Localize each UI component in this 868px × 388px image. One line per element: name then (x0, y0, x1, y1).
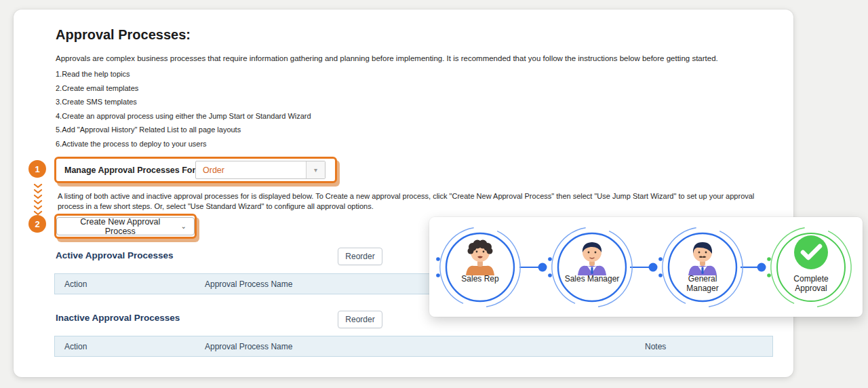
annotation-badge-2: 2 (28, 215, 46, 233)
create-new-approval-process-button[interactable]: Create New Approval Process ⌄ (56, 217, 195, 235)
column-header-action: Action (64, 274, 87, 294)
create-button-label: Create New Approval Process (64, 217, 176, 236)
column-header-process-name: Approval Process Name (205, 336, 292, 356)
instruction-step: 1.Read the help topics (56, 70, 311, 78)
instruction-step: 4.Create an approval process using eithe… (56, 112, 311, 120)
workflow-node-complete-approval (758, 217, 863, 317)
object-select-value: Order (196, 161, 306, 178)
workflow-graphic (429, 217, 863, 317)
create-process-highlight-box: Create New Approval Process ⌄ (54, 214, 197, 239)
node-label-sales-rep: Sales Rep (452, 274, 509, 284)
object-select-dropdown[interactable]: Order ▾ (195, 161, 326, 179)
instructions-list: 1.Read the help topics 2.Create email te… (56, 70, 311, 153)
connector-3 (741, 263, 766, 272)
active-processes-heading: Active Approval Processes (56, 250, 174, 260)
instruction-step: 2.Create email templates (56, 84, 311, 92)
annotation-badge-1: 1 (28, 160, 46, 178)
connector-2 (630, 263, 658, 272)
workflow-node-sales-manager (539, 217, 646, 317)
instruction-step: 6.Activate the process to deploy to your… (56, 140, 311, 148)
check-icon (794, 235, 828, 269)
column-header-process-name: Approval Process Name (205, 274, 292, 294)
reorder-inactive-button[interactable]: Reorder (338, 311, 382, 328)
page-title: Approval Processes: (56, 27, 191, 43)
workflow-node-sales-rep (429, 217, 533, 317)
approval-processes-panel: Approval Processes: Approvals are comple… (14, 9, 793, 377)
inactive-table-header: Action Approval Process Name Notes (54, 336, 773, 357)
connector-1 (519, 263, 547, 272)
node-label-general-manager: General Manager (674, 274, 731, 293)
node-label-sales-manager: Sales Manager (564, 274, 620, 284)
listing-note: A listing of both active and inactive ap… (58, 191, 778, 211)
column-header-action: Action (64, 336, 87, 356)
instruction-step: 5.Add "Approval History" Related List to… (56, 125, 311, 134)
dropdown-arrow-icon[interactable]: ▾ (306, 161, 325, 178)
manage-approvals-highlight-box: Manage Approval Processes For: Order ▾ (54, 157, 337, 183)
column-header-notes: Notes (645, 336, 666, 356)
node-label-complete-approval: Complete Approval (783, 274, 840, 293)
manage-approvals-label: Manage Approval Processes For: (64, 166, 199, 175)
instruction-step: 3.Create SMS templates (56, 98, 311, 106)
reorder-active-button[interactable]: Reorder (338, 248, 382, 265)
intro-text: Approvals are complex business processes… (56, 54, 774, 62)
flow-arrows-icon (33, 184, 43, 215)
chevron-down-icon: ⌄ (181, 222, 186, 230)
workflow-node-general-manager (650, 217, 756, 317)
inactive-processes-heading: Inactive Approval Processes (56, 313, 180, 323)
approval-workflow-illustration: Sales Rep Sales Manager General Manager … (429, 217, 863, 317)
